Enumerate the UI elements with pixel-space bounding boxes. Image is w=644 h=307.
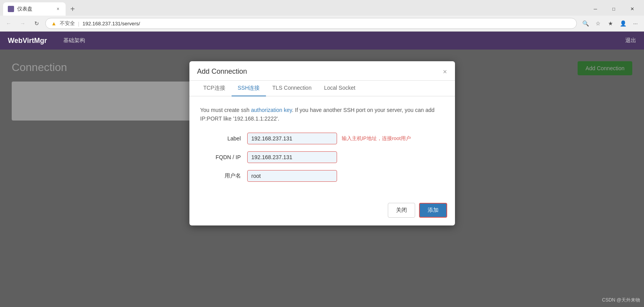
address-separator: | (78, 21, 79, 27)
modal-dialog: Add Connection × TCP连接 SSH连接 TLS Connect… (189, 61, 455, 225)
profile-icon[interactable]: 👤 (617, 18, 628, 29)
fqdn-field-label: FQDN / IP (200, 154, 247, 160)
browser-chrome: 仪表盘 × + ─ □ ✕ ← → ↻ ▲ 不安全 | 192.168.237.… (0, 0, 644, 32)
tab-favicon (8, 6, 14, 12)
app-content: Connection Add Connection Add Connection… (0, 50, 644, 307)
new-tab-btn[interactable]: + (67, 3, 78, 15)
modal-header: Add Connection × (189, 61, 455, 81)
minimize-btn[interactable]: ─ (587, 1, 604, 17)
tab-close-btn[interactable]: × (55, 5, 61, 12)
info-text-part1: You must create ssh (200, 107, 251, 113)
star-icon[interactable]: ☆ (592, 18, 603, 29)
nav-back-btn[interactable]: ← (3, 18, 14, 29)
address-url: 192.168.237.131/servers/ (82, 21, 571, 27)
label-hint: 输入主机IP地址，连接root用户 (342, 135, 411, 142)
authorization-key-link[interactable]: authorization key (251, 107, 292, 113)
modal-info-text: You must create ssh authorization key. I… (200, 106, 444, 123)
nav-refresh-btn[interactable]: ↻ (31, 18, 42, 29)
more-icon[interactable]: ··· (630, 18, 641, 29)
watermark: CSDN @天外来物 (602, 297, 640, 303)
app-navbar: WebVirtMgr 基础架构 退出 (0, 32, 644, 50)
browser-toolbar: 🔍 ☆ ★ 👤 ··· (580, 18, 641, 29)
tab-local-socket[interactable]: Local Socket (318, 81, 362, 96)
logout-btn[interactable]: 退出 (625, 37, 636, 44)
label-input[interactable] (247, 133, 337, 144)
maximize-btn[interactable]: □ (605, 1, 623, 17)
fqdn-input[interactable] (247, 151, 337, 163)
modal-cancel-btn[interactable]: 关闭 (388, 203, 415, 218)
browser-tab[interactable]: 仪表盘 × (3, 2, 66, 16)
address-bar: ← → ↻ ▲ 不安全 | 192.168.237.131/servers/ 🔍… (0, 16, 644, 31)
search-icon[interactable]: 🔍 (580, 18, 591, 29)
modal-title: Add Connection (197, 67, 247, 76)
tab-bar: 仪表盘 × + ─ □ ✕ (0, 0, 644, 16)
tab-ssh[interactable]: SSH连接 (232, 81, 266, 96)
modal-body: You must create ssh authorization key. I… (189, 96, 455, 198)
modal-footer: 关闭 添加 (189, 198, 455, 225)
modal-overlay: Add Connection × TCP连接 SSH连接 TLS Connect… (0, 50, 644, 307)
app-container: WebVirtMgr 基础架构 退出 Connection Add Connec… (0, 32, 644, 307)
address-input[interactable]: ▲ 不安全 | 192.168.237.131/servers/ (45, 18, 577, 29)
fqdn-form-group: FQDN / IP (200, 151, 444, 163)
modal-close-btn[interactable]: × (443, 68, 447, 75)
security-warning-text: 不安全 (60, 20, 75, 27)
modal-tabs: TCP连接 SSH连接 TLS Connection Local Socket (189, 81, 455, 96)
window-controls: ─ □ ✕ (587, 1, 641, 17)
tab-tls[interactable]: TLS Connection (266, 81, 318, 96)
app-brand: WebVirtMgr (8, 37, 47, 45)
username-input[interactable] (247, 170, 337, 182)
username-field-label: 用户名 (200, 172, 247, 179)
nav-link-infrastructure[interactable]: 基础架构 (59, 37, 90, 44)
favorites-icon[interactable]: ★ (605, 18, 616, 29)
label-form-group: Label 输入主机IP地址，连接root用户 (200, 133, 444, 144)
security-warning-icon: ▲ (51, 20, 57, 27)
nav-forward-btn[interactable]: → (17, 18, 28, 29)
label-field-label: Label (200, 135, 247, 142)
tab-tcp[interactable]: TCP连接 (197, 81, 232, 96)
modal-submit-btn[interactable]: 添加 (419, 203, 447, 218)
username-form-group: 用户名 (200, 170, 444, 182)
close-window-btn[interactable]: ✕ (623, 1, 641, 17)
tab-title: 仪表盘 (17, 5, 32, 12)
